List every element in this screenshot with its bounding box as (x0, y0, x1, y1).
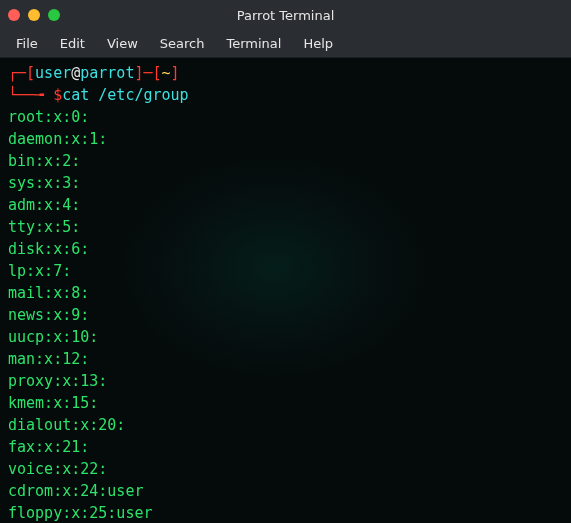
output-line: proxy:x:13: (8, 370, 563, 392)
output-line: mail:x:8: (8, 282, 563, 304)
prompt-box-close: ] (171, 64, 180, 82)
menu-view[interactable]: View (97, 33, 148, 54)
terminal-area[interactable]: ┌─[user@parrot]─[~] └──╼ $cat /etc/group… (0, 58, 571, 523)
output-line: fax:x:21: (8, 436, 563, 458)
output-line: cdrom:x:24:user (8, 480, 563, 502)
menu-file[interactable]: File (6, 33, 48, 54)
prompt-at: @ (71, 64, 80, 82)
prompt-dollar: $ (53, 86, 62, 104)
maximize-icon[interactable] (48, 9, 60, 21)
menubar: File Edit View Search Terminal Help (0, 30, 571, 58)
prompt-box-open: ┌─[ (8, 64, 35, 82)
prompt-host: parrot (80, 64, 134, 82)
prompt-cwd: ~ (162, 64, 171, 82)
window-title: Parrot Terminal (0, 8, 571, 23)
output-line: sys:x:3: (8, 172, 563, 194)
output-line: daemon:x:1: (8, 128, 563, 150)
prompt-command: cat /etc/group (62, 86, 188, 104)
window-controls (8, 9, 60, 21)
output-line: news:x:9: (8, 304, 563, 326)
output-line: dialout:x:20: (8, 414, 563, 436)
menu-terminal[interactable]: Terminal (216, 33, 291, 54)
prompt-line1: ┌─[user@parrot]─[~] (8, 62, 563, 84)
output-line: uucp:x:10: (8, 326, 563, 348)
output-line: bin:x:2: (8, 150, 563, 172)
menu-edit[interactable]: Edit (50, 33, 95, 54)
menu-search[interactable]: Search (150, 33, 215, 54)
prompt-line2: └──╼ $cat /etc/group (8, 84, 563, 106)
menu-help[interactable]: Help (293, 33, 343, 54)
output-line: man:x:12: (8, 348, 563, 370)
minimize-icon[interactable] (28, 9, 40, 21)
prompt-user: user (35, 64, 71, 82)
output-line: disk:x:6: (8, 238, 563, 260)
output-line: tty:x:5: (8, 216, 563, 238)
output-line: voice:x:22: (8, 458, 563, 480)
output-line: lp:x:7: (8, 260, 563, 282)
prompt-box-line2: └──╼ (8, 86, 53, 104)
prompt-box-mid: ]─[ (134, 64, 161, 82)
close-icon[interactable] (8, 9, 20, 21)
output-line: adm:x:4: (8, 194, 563, 216)
output-line: root:x:0: (8, 106, 563, 128)
output-line: floppy:x:25:user (8, 502, 563, 523)
terminal-output: root:x:0:daemon:x:1:bin:x:2:sys:x:3:adm:… (8, 106, 563, 523)
titlebar: Parrot Terminal (0, 0, 571, 30)
output-line: kmem:x:15: (8, 392, 563, 414)
